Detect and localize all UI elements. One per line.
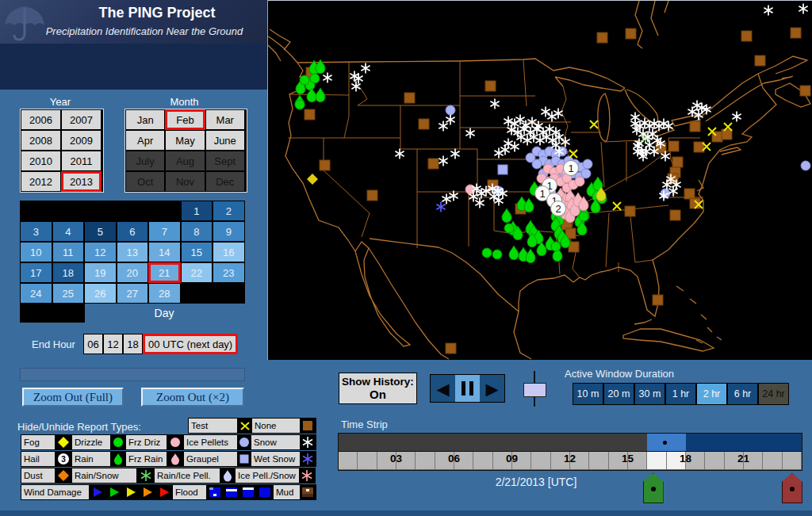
month-cell-Feb[interactable]: Feb [165, 109, 205, 130]
square-lavender-icon[interactable] [238, 452, 251, 466]
day-cell-11[interactable]: 11 [52, 242, 85, 262]
day-cell-27[interactable]: 27 [117, 283, 149, 304]
legend-label-flood[interactable]: Flood [173, 485, 206, 499]
legend-label-ice-pellets[interactable]: Ice Pellets [184, 435, 237, 449]
day-cell-18[interactable]: 18 [52, 262, 85, 283]
tri-blue-icon[interactable] [90, 485, 105, 499]
duration-1hr[interactable]: 1 hr [665, 383, 696, 405]
duration-6hr[interactable]: 6 hr [727, 383, 758, 405]
year-cell-2009[interactable]: 2009 [61, 130, 102, 151]
circle-green-icon[interactable] [111, 435, 125, 449]
duration-10m[interactable]: 10 m [573, 383, 603, 405]
legend-label-wet-snow[interactable]: Wet Snow [251, 452, 300, 466]
circle-lavender-icon[interactable] [238, 435, 251, 449]
duration-2hr[interactable]: 2 hr [696, 383, 727, 405]
step-forward-button[interactable]: ▶ [480, 375, 504, 402]
year-cell-2006[interactable]: 2006 [21, 109, 61, 130]
drop-pink-icon[interactable] [167, 452, 183, 466]
legend-label-none[interactable]: None [252, 419, 300, 433]
day-cell-21[interactable]: 21 [148, 262, 181, 283]
day-cell-26[interactable]: 26 [84, 283, 117, 304]
legend-label-rain-ice-pell-[interactable]: Rain/Ice Pell. [155, 468, 220, 483]
year-cell-2007[interactable]: 2007 [61, 109, 102, 130]
day-cell-22[interactable]: 22 [181, 262, 213, 283]
hour-cell-10[interactable] [531, 452, 550, 469]
day-cell-10[interactable]: 10 [20, 242, 52, 262]
diamond-orange-icon[interactable] [56, 468, 71, 483]
hour-cell-22[interactable] [763, 452, 782, 469]
end-hour-18[interactable]: 18 [123, 334, 143, 354]
drop-green-icon[interactable] [111, 452, 125, 466]
month-cell-June[interactable]: June [205, 130, 245, 151]
day-cell-25[interactable]: 25 [52, 283, 85, 304]
hour-cell-1[interactable] [358, 452, 377, 469]
duration-20m[interactable]: 20 m [603, 383, 634, 405]
flood-3-icon[interactable] [240, 485, 256, 499]
circle-pink-icon[interactable] [167, 435, 183, 449]
legend-label-rain-snow[interactable]: Rain/Snow [72, 468, 136, 483]
end-hour-06[interactable]: 06 [83, 334, 103, 354]
tri-red-icon[interactable] [156, 485, 172, 499]
legend-label-drizzle[interactable]: Drizzle [72, 435, 110, 449]
speed-slider-handle[interactable] [523, 383, 546, 397]
hour-cell-16[interactable] [647, 452, 666, 469]
month-cell-May[interactable]: May [165, 130, 205, 151]
hour-cell-13[interactable] [589, 452, 608, 469]
day-cell-23[interactable]: 23 [213, 262, 245, 283]
day-cell-3[interactable]: 3 [20, 221, 52, 242]
legend-label-frz-rain[interactable]: Frz Rain [126, 452, 167, 466]
legend-label-snow[interactable]: Snow [251, 435, 300, 449]
hour-cell-23[interactable] [783, 452, 802, 469]
legend-label-rain[interactable]: Rain [72, 452, 110, 466]
duration-30m[interactable]: 30 m [634, 383, 665, 405]
day-cell-12[interactable]: 12 [84, 242, 117, 262]
day-cell-20[interactable]: 20 [117, 262, 149, 283]
drop-lavender-icon[interactable] [220, 468, 235, 483]
legend-label-mud[interactable]: Mud [274, 485, 300, 499]
month-cell-Mar[interactable]: Mar [205, 109, 245, 130]
day-cell-6[interactable]: 6 [117, 221, 149, 242]
legend-label-wind-damage[interactable]: Wind Damage [21, 485, 89, 499]
legend-label-test[interactable]: Test [189, 419, 237, 433]
time-strip[interactable]: 03060912151821 [338, 433, 802, 471]
tri-orange-icon[interactable] [140, 485, 155, 499]
day-cell-17[interactable]: 17 [20, 262, 52, 283]
flake-pink-icon[interactable] [300, 468, 314, 483]
day-cell-1[interactable]: 1 [181, 201, 213, 221]
flake-blue-icon[interactable] [301, 452, 315, 466]
end-time-marker[interactable] [782, 473, 802, 503]
step-back-button[interactable]: ◀ [431, 375, 455, 402]
month-cell-Apr[interactable]: Apr [125, 130, 165, 151]
day-cell-28[interactable]: 28 [148, 283, 181, 304]
hail-count-icon[interactable]: 3 [56, 452, 71, 466]
tri-yellow-icon[interactable] [123, 485, 139, 499]
flood-4-icon[interactable] [257, 485, 273, 499]
year-cell-2013[interactable]: 2013 [61, 171, 102, 192]
day-cell-7[interactable]: 7 [148, 221, 181, 242]
day-cell-5[interactable]: 5 [84, 221, 117, 242]
end-hour-00 UTC (next day)[interactable]: 00 UTC (next day) [143, 334, 238, 354]
hour-cell-7[interactable] [473, 452, 492, 469]
end-hour-12[interactable]: 12 [103, 334, 123, 354]
year-cell-2010[interactable]: 2010 [21, 151, 61, 171]
legend-label-fog[interactable]: Fog [21, 435, 55, 449]
flood-1-icon[interactable] [207, 485, 223, 499]
year-cell-2012[interactable]: 2012 [21, 171, 61, 192]
day-cell-8[interactable]: 8 [181, 221, 213, 242]
pause-button[interactable] [455, 375, 480, 402]
day-cell-19[interactable]: 19 [84, 262, 117, 283]
diamond-yellow-icon[interactable] [56, 435, 71, 449]
year-cell-2011[interactable]: 2011 [61, 151, 102, 171]
day-cell-16[interactable]: 16 [213, 242, 245, 262]
day-cell-24[interactable]: 24 [20, 283, 52, 304]
flake-white-icon[interactable] [301, 435, 315, 449]
legend-label-ice-pell-snow[interactable]: Ice Pell./Snow [236, 468, 299, 483]
flake-green-icon[interactable] [137, 468, 154, 483]
year-cell-2008[interactable]: 2008 [21, 130, 61, 151]
radar-map[interactable]: 11112 [267, 0, 812, 360]
x-yellow-icon[interactable] [238, 419, 251, 433]
legend-label-frz-driz[interactable]: Frz Driz [126, 435, 167, 449]
mud-icon[interactable] [301, 485, 315, 499]
legend-label-hail[interactable]: Hail [21, 452, 55, 466]
legend-label-graupel[interactable]: Graupel [184, 452, 237, 466]
